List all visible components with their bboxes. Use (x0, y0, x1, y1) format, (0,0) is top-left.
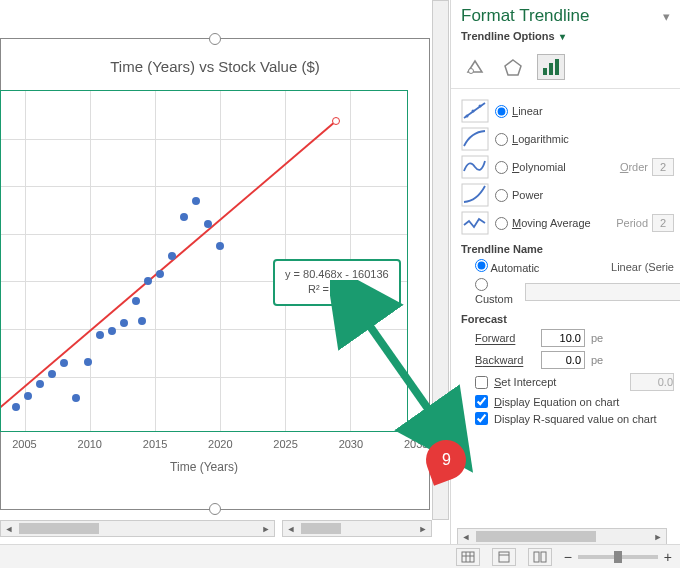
data-point[interactable] (180, 213, 188, 221)
resize-handle-top[interactable] (209, 33, 221, 45)
forward-input[interactable] (541, 329, 585, 347)
display-r2-checkbox[interactable] (475, 412, 488, 425)
trendline-endpoint[interactable] (332, 117, 340, 125)
panel-title: Format Trendline (461, 6, 590, 26)
polynomial-radio[interactable]: Polynomial (495, 161, 566, 174)
data-point[interactable] (192, 197, 200, 205)
page-break-view-button[interactable] (528, 548, 552, 566)
data-point[interactable] (48, 370, 56, 378)
panel-hscroll[interactable]: ◄ ► (457, 528, 667, 545)
data-point[interactable] (216, 242, 224, 250)
data-point[interactable] (12, 403, 20, 411)
period-label: Period (616, 217, 648, 229)
scroll-left-icon[interactable]: ◄ (283, 521, 299, 536)
effects-tab-icon[interactable] (499, 54, 527, 80)
resize-handle-bottom[interactable] (209, 503, 221, 515)
zoom-in-button[interactable]: + (664, 549, 672, 565)
fill-line-tab-icon[interactable] (461, 54, 489, 80)
chart-pane: Time (Years) vs Stock Value ($) (0, 0, 440, 540)
svg-point-8 (472, 110, 475, 113)
forecast-heading: Forecast (461, 313, 674, 325)
data-point[interactable] (72, 394, 80, 402)
backward-label: Backward (475, 354, 535, 366)
power-type-icon (461, 183, 489, 207)
scroll-right-icon[interactable]: ► (258, 521, 274, 536)
logarithmic-radio[interactable]: Logarithmic (495, 133, 569, 146)
set-intercept-checkbox[interactable] (475, 376, 488, 389)
data-point[interactable] (144, 277, 152, 285)
sheet-hscroll-left[interactable]: ◄ ► (0, 520, 275, 537)
logarithmic-type-icon (461, 127, 489, 151)
scroll-left-icon[interactable]: ◄ (1, 521, 17, 536)
chart-title[interactable]: Time (Years) vs Stock Value ($) (0, 58, 430, 75)
moving-avg-type-icon (461, 211, 489, 235)
data-point[interactable] (168, 252, 176, 260)
svg-point-9 (479, 105, 482, 108)
display-equation-label: Display Equation on chart (494, 396, 619, 408)
sheet-hscroll-right[interactable]: ◄ ► (282, 520, 432, 537)
data-point[interactable] (24, 392, 32, 400)
automatic-radio[interactable]: Automatic (475, 259, 539, 274)
scroll-right-icon[interactable]: ► (650, 529, 666, 544)
data-point[interactable] (204, 220, 212, 228)
normal-view-button[interactable] (456, 548, 480, 566)
panel-close-icon[interactable]: ▾ (663, 9, 670, 24)
custom-radio[interactable]: Custom (475, 278, 513, 305)
trendline-options-tab-icon[interactable] (537, 54, 565, 80)
automatic-name-value: Linear (Serie (611, 261, 674, 273)
trendline-equation-label[interactable]: y = 80.468x - 160136 R² = 0.6945 (273, 259, 401, 306)
data-point[interactable] (96, 331, 104, 339)
set-intercept-label: Set Intercept (494, 376, 556, 388)
chevron-down-icon: ▾ (560, 31, 565, 42)
svg-rect-21 (534, 552, 539, 562)
order-input (652, 158, 674, 176)
zoom-thumb[interactable] (614, 551, 622, 563)
format-trendline-panel: Format Trendline ▾ Trendline Options ▾ L… (450, 0, 680, 568)
data-point[interactable] (108, 327, 116, 335)
svg-point-7 (466, 115, 469, 118)
scroll-left-icon[interactable]: ◄ (458, 529, 474, 544)
svg-rect-2 (543, 68, 547, 75)
custom-name-input (525, 283, 680, 301)
moving-average-radio[interactable]: Moving Average (495, 217, 591, 230)
data-point[interactable] (156, 270, 164, 278)
data-point[interactable] (138, 317, 146, 325)
zoom-slider[interactable] (578, 555, 658, 559)
data-point[interactable] (36, 380, 44, 388)
status-bar: − + (0, 544, 680, 568)
data-point[interactable] (120, 319, 128, 327)
equation-text: y = 80.468x - 160136 (285, 267, 389, 282)
page-layout-view-button[interactable] (492, 548, 516, 566)
svg-rect-15 (462, 552, 474, 562)
scroll-right-icon[interactable]: ► (415, 521, 431, 536)
svg-point-0 (469, 69, 474, 74)
trendline-name-heading: Trendline Name (461, 243, 674, 255)
svg-rect-22 (541, 552, 546, 562)
linear-radio[interactable]: Linear (495, 105, 543, 118)
periods-unit: pe (591, 354, 603, 366)
svg-rect-4 (555, 59, 559, 75)
set-intercept-input (630, 373, 674, 391)
r-squared-text: R² = 0.6945 (285, 282, 389, 297)
order-label: Order (620, 161, 648, 173)
polynomial-type-icon (461, 155, 489, 179)
svg-rect-3 (549, 63, 553, 75)
data-point[interactable] (60, 359, 68, 367)
zoom-out-button[interactable]: − (564, 549, 572, 565)
display-r2-label: Display R-squared value on chart (494, 413, 657, 425)
period-input (652, 214, 674, 232)
power-radio[interactable]: Power (495, 189, 543, 202)
data-point[interactable] (84, 358, 92, 366)
periods-unit: pe (591, 332, 603, 344)
backward-input[interactable] (541, 351, 585, 369)
linear-type-icon (461, 99, 489, 123)
display-equation-checkbox[interactable] (475, 395, 488, 408)
x-axis-label[interactable]: Time (Years) (0, 460, 408, 474)
data-point[interactable] (132, 297, 140, 305)
svg-marker-1 (505, 60, 521, 75)
svg-rect-19 (499, 552, 509, 562)
forward-label: Forward (475, 332, 535, 344)
panel-subtitle[interactable]: Trendline Options ▾ (451, 28, 680, 50)
